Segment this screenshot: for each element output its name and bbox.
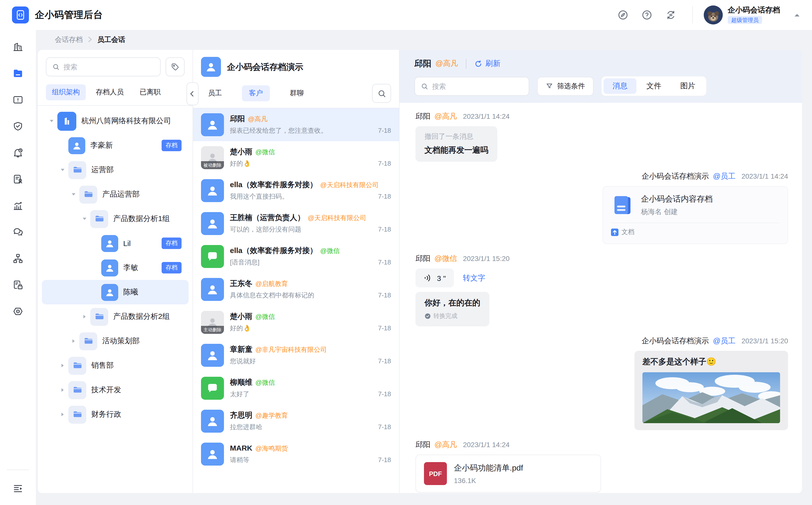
caret-right-icon[interactable] bbox=[59, 386, 66, 393]
conversation-item[interactable]: MARK@海鸣期货 请稍等7-18 bbox=[193, 438, 399, 471]
refresh-button[interactable]: 刷新 bbox=[474, 59, 500, 68]
contact-tag: @天启科技有限公司 bbox=[320, 181, 378, 190]
tree-node-dept[interactable]: 产品数据分析1组 bbox=[42, 207, 189, 231]
message-sender-tag: @高凡 bbox=[435, 440, 457, 450]
tree-node-dept[interactable]: 技术开发 bbox=[42, 378, 189, 402]
folder-icon bbox=[90, 210, 108, 228]
deleted-badge: 主动删除 bbox=[201, 326, 224, 334]
contact-name: 楚小雨 bbox=[230, 147, 252, 157]
conversation-item[interactable]: 主动删除 楚小雨@微信 好的👌7-18 bbox=[193, 306, 399, 339]
conversation-search-icon[interactable] bbox=[372, 84, 391, 103]
tab-group-chat[interactable]: 群聊 bbox=[283, 85, 311, 101]
tree-node-dept[interactable]: 销售部 bbox=[42, 353, 189, 378]
tab-resigned[interactable]: 已离职 bbox=[134, 84, 167, 100]
caret-right-icon[interactable] bbox=[81, 313, 88, 320]
sidebar-item-alert-card-icon[interactable] bbox=[7, 89, 29, 111]
help-icon[interactable] bbox=[638, 6, 655, 23]
doc-icon bbox=[611, 194, 634, 216]
sidebar-item-session-archive-icon[interactable] bbox=[7, 62, 29, 84]
tab-customer[interactable]: 客户 bbox=[242, 85, 270, 101]
avatar bbox=[201, 278, 224, 301]
tab-images[interactable]: 图片 bbox=[671, 78, 704, 94]
filter-button[interactable]: 筛选条件 bbox=[537, 76, 593, 96]
voice-bubble[interactable]: 3 " bbox=[416, 269, 454, 288]
sidebar-item-notify-icon[interactable] bbox=[7, 142, 29, 164]
conversation-item[interactable]: ella（效率套件服务对接）@微信 [语音消息]7-18 bbox=[193, 240, 399, 273]
caret-right-icon[interactable] bbox=[59, 362, 66, 369]
tree-node-person[interactable]: Lil 存档 bbox=[42, 231, 189, 256]
folder-icon bbox=[90, 308, 108, 326]
message-sender: 邱阳 bbox=[416, 112, 431, 121]
tree-node-dept[interactable]: 产品数据分析2组 bbox=[42, 304, 189, 329]
tab-files[interactable]: 文件 bbox=[637, 78, 670, 94]
org-search-input[interactable] bbox=[46, 57, 161, 76]
doc-card[interactable]: 企小码会话内容存档 杨海名 创建 文档 bbox=[602, 186, 788, 244]
recalled-note: 撤回了一条消息 bbox=[425, 132, 488, 141]
user-menu[interactable]: 企小码会话存档 超级管理员 bbox=[728, 6, 780, 24]
conversation-item[interactable]: 被动删除 楚小雨@微信 好的👌7-18 bbox=[193, 141, 399, 174]
mountain-photo[interactable] bbox=[642, 372, 780, 423]
conversation-item[interactable]: 齐思明@趣学教育 拉您进群哈7-18 bbox=[193, 405, 399, 438]
tree-node-dept[interactable]: 财务行政 bbox=[42, 402, 189, 427]
file-card[interactable]: PDF 企小码功能清单.pdf 136.1K bbox=[416, 455, 601, 493]
conversation-item[interactable]: 柳顺维@微信 太好了7-18 bbox=[193, 372, 399, 405]
sidebar-item-agreement-icon[interactable] bbox=[7, 168, 29, 190]
caret-down-icon[interactable] bbox=[81, 215, 88, 222]
caret-down-icon[interactable] bbox=[59, 166, 66, 173]
message-time: 2023/1/1 14:24 bbox=[463, 112, 510, 120]
tree-node-company[interactable]: 杭州八筒网络科技有限公司 bbox=[42, 109, 189, 133]
caret-down-icon[interactable] bbox=[70, 191, 77, 198]
conversation-date: 7-18 bbox=[378, 456, 391, 464]
tab-employee[interactable]: 员工 bbox=[201, 85, 229, 101]
folder-icon bbox=[68, 405, 86, 424]
sidebar-item-monitor-icon[interactable] bbox=[7, 300, 29, 322]
sidebar-item-company-icon[interactable] bbox=[7, 36, 29, 58]
tab-org-structure[interactable]: 组织架构 bbox=[46, 84, 86, 100]
tree-node-dept[interactable]: 活动策划部 bbox=[42, 329, 189, 353]
last-message: 报表已经发给您了，您注意查收。 bbox=[230, 126, 373, 135]
peer-tag: @高凡 bbox=[436, 59, 458, 68]
conversation-item[interactable]: 邱阳@高凡 报表已经发给您了，您注意查收。7-18 bbox=[193, 108, 399, 141]
conversation-item[interactable]: 王东冬@启航教育 具体信息在文档中都有标记的7-18 bbox=[193, 273, 399, 306]
content-card: 组织架构 存档人员 已离职 杭州八筒网络科技有限公司 李豪新 bbox=[38, 50, 802, 493]
owner-name: 企小码会话存档演示 bbox=[227, 61, 303, 72]
caret-up-icon[interactable] bbox=[794, 13, 800, 17]
transcript-status: 转换完成 bbox=[434, 312, 457, 320]
tree-node-dept[interactable]: 运营部 bbox=[42, 158, 189, 182]
sidebar-item-chat-icon[interactable] bbox=[7, 221, 29, 243]
caret-down-icon[interactable] bbox=[48, 118, 55, 125]
sidebar-item-analytics-icon[interactable] bbox=[7, 195, 29, 216]
sidebar-item-shield-check-icon[interactable] bbox=[7, 115, 29, 137]
user-avatar[interactable] bbox=[704, 5, 723, 24]
sidebar-item-org-icon[interactable] bbox=[7, 247, 29, 270]
tree-node-person-selected[interactable]: 陈曦 bbox=[42, 280, 189, 304]
message-search-input[interactable] bbox=[415, 76, 529, 96]
tab-archived-staff[interactable]: 存档人员 bbox=[90, 84, 130, 100]
org-search-field[interactable] bbox=[64, 63, 155, 71]
tree-node-dept[interactable]: 产品运营部 bbox=[42, 182, 189, 207]
conversation-item[interactable]: 章新童@非凡宇宙科技有限公司 您说就好7-18 bbox=[193, 339, 399, 372]
conversation-item[interactable]: 王胜楠（运营负责人）@天启科技有限公司 可以的，这部分没有问题7-18 bbox=[193, 207, 399, 240]
doc-footer-label: 文档 bbox=[621, 227, 634, 236]
message-text: 文档能再发一遍吗 bbox=[425, 145, 488, 156]
tag-filter-icon[interactable] bbox=[166, 57, 185, 76]
collapse-menu-icon[interactable] bbox=[7, 477, 29, 499]
conversation-date: 7-18 bbox=[378, 160, 391, 167]
tree-node-person[interactable]: 李敏 存档 bbox=[42, 256, 189, 280]
panel-collapse-icon[interactable] bbox=[187, 82, 199, 105]
conversation-item[interactable]: ella（效率套件服务对接）@天启科技有限公司 我用这个直接扫码。7-18 bbox=[193, 174, 399, 207]
message-sender: 企小码会话存档演示 bbox=[642, 172, 709, 181]
tab-messages[interactable]: 消息 bbox=[603, 78, 636, 94]
tree-node-person[interactable]: 李豪新 存档 bbox=[42, 133, 189, 158]
compass-icon[interactable] bbox=[614, 6, 631, 23]
refresh-label: 刷新 bbox=[485, 59, 500, 68]
breadcrumb-parent[interactable]: 会话存档 bbox=[55, 35, 83, 44]
contact-name: 齐思明 bbox=[230, 411, 252, 420]
voice-to-text-button[interactable]: 转文字 bbox=[463, 273, 485, 283]
switch-corp-icon[interactable] bbox=[662, 6, 679, 23]
caret-right-icon[interactable] bbox=[70, 338, 77, 345]
message-search-field[interactable] bbox=[432, 82, 523, 90]
caret-right-icon[interactable] bbox=[59, 411, 66, 418]
contact-tag: @启航教育 bbox=[255, 280, 288, 289]
sidebar-item-doc-lock-icon[interactable] bbox=[7, 274, 29, 296]
